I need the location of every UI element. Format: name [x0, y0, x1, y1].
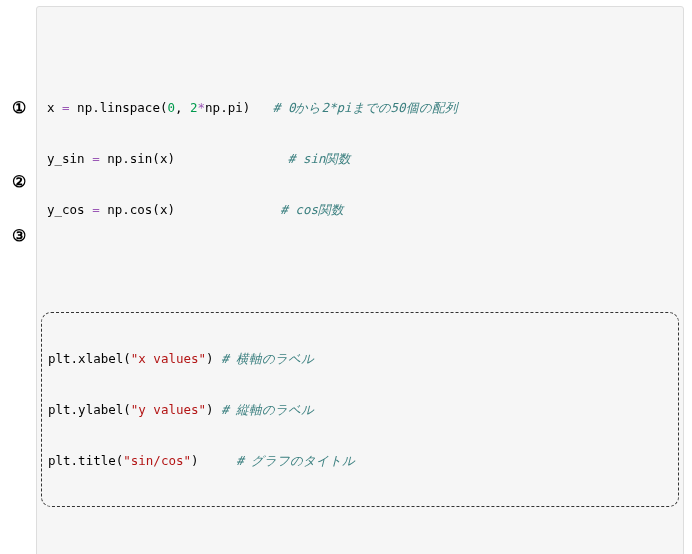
code-block: x = np.linspace(0, 2*np.pi) # 0から2*piまでの… [36, 6, 684, 554]
code-group-labels: plt.xlabel("x values") # 横軸のラベル plt.ylab… [41, 312, 679, 507]
annotation-2: ② [6, 172, 32, 191]
code-group-setup: x = np.linspace(0, 2*np.pi) # 0から2*piまでの… [45, 62, 675, 255]
code-line: x = np.linspace(0, 2*np.pi) # 0から2*piまでの… [47, 99, 673, 116]
annotation-3: ③ [6, 226, 32, 245]
code-line: y_sin = np.sin(x) # sin関数 [47, 150, 673, 167]
code-line: plt.xlabel("x values") # 横軸のラベル [48, 350, 672, 367]
code-line: plt.ylabel("y values") # 縦軸のラベル [48, 401, 672, 418]
code-line: y_cos = np.cos(x) # cos関数 [47, 201, 673, 218]
annotation-1: ① [6, 98, 32, 117]
document-root: ① ② ③ x = np.linspace(0, 2*np.pi) # 0から2… [0, 0, 692, 554]
code-line: plt.title("sin/cos") # グラフのタイトル [48, 452, 672, 469]
